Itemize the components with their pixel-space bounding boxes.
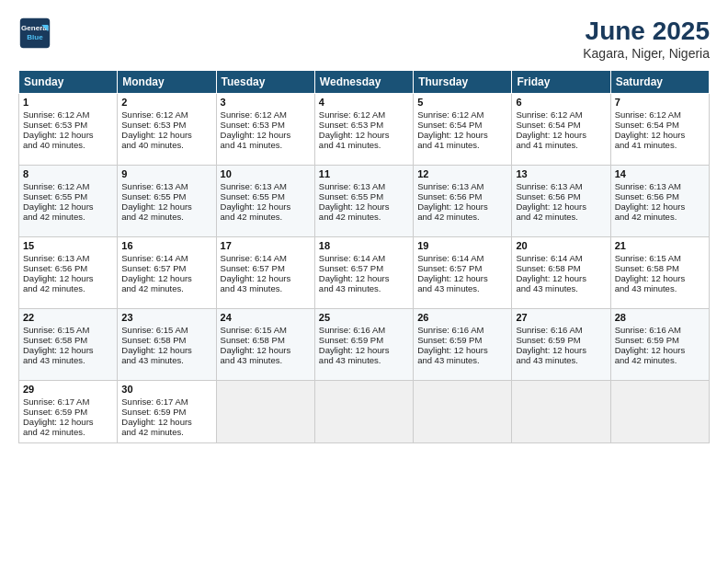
day-info-line: and 42 minutes. (121, 283, 211, 293)
day-info-line: Daylight: 12 hours (23, 273, 113, 283)
day-info-line: Sunrise: 6:13 AM (221, 181, 311, 191)
day-info-line: Sunset: 6:53 PM (319, 120, 409, 130)
day-number: 11 (319, 168, 409, 179)
calendar-cell: 6Sunrise: 6:12 AMSunset: 6:54 PMDaylight… (512, 94, 610, 166)
col-header-thursday: Thursday (414, 71, 512, 94)
day-info-line: Sunset: 6:55 PM (319, 191, 409, 201)
month-title: June 2025 (583, 17, 710, 46)
day-info-line: Sunset: 6:59 PM (417, 335, 507, 345)
calendar-cell: 11Sunrise: 6:13 AMSunset: 6:55 PMDayligh… (314, 166, 413, 237)
day-number: 27 (516, 312, 606, 323)
day-info-line: Sunset: 6:54 PM (516, 120, 606, 130)
day-info-line: Sunset: 6:55 PM (23, 191, 113, 201)
day-info-line: and 41 minutes. (615, 140, 705, 150)
day-number: 9 (121, 168, 211, 179)
calendar-cell: 2Sunrise: 6:12 AMSunset: 6:53 PMDaylight… (118, 94, 216, 166)
col-header-monday: Monday (118, 71, 216, 94)
day-info-line: and 42 minutes. (221, 212, 311, 222)
col-header-tuesday: Tuesday (216, 71, 314, 94)
day-info-line: and 41 minutes. (516, 140, 606, 150)
day-info-line: Sunset: 6:56 PM (417, 191, 507, 201)
day-info-line: Daylight: 12 hours (221, 273, 311, 283)
day-info-line: and 42 minutes. (615, 355, 705, 365)
day-info-line: Daylight: 12 hours (417, 201, 507, 212)
day-number: 25 (319, 312, 409, 323)
day-info-line: Sunrise: 6:12 AM (417, 109, 507, 120)
calendar-cell (610, 381, 709, 443)
day-info-line: Daylight: 12 hours (121, 201, 211, 212)
day-info-line: and 40 minutes. (23, 140, 113, 150)
day-info-line: Daylight: 12 hours (615, 201, 705, 212)
day-info-line: Daylight: 12 hours (121, 345, 211, 355)
day-number: 10 (221, 168, 311, 179)
day-info-line: and 43 minutes. (221, 283, 311, 293)
day-info-line: and 41 minutes. (319, 140, 409, 150)
svg-text:Blue: Blue (27, 33, 43, 41)
calendar-cell: 20Sunrise: 6:14 AMSunset: 6:58 PMDayligh… (512, 237, 610, 309)
day-info-line: and 42 minutes. (23, 427, 113, 437)
day-info-line: and 42 minutes. (516, 212, 606, 222)
day-info-line: and 42 minutes. (23, 212, 113, 222)
day-info-line: Sunrise: 6:17 AM (23, 396, 113, 407)
day-info-line: Sunrise: 6:16 AM (417, 325, 507, 335)
calendar-cell: 24Sunrise: 6:15 AMSunset: 6:58 PMDayligh… (216, 309, 314, 381)
day-info-line: and 43 minutes. (23, 355, 113, 365)
day-info-line: Daylight: 12 hours (417, 345, 507, 355)
day-info-line: Daylight: 12 hours (319, 345, 409, 355)
day-info-line: Sunset: 6:54 PM (615, 120, 705, 130)
calendar-table: SundayMondayTuesdayWednesdayThursdayFrid… (18, 70, 710, 443)
day-info-line: Sunrise: 6:14 AM (221, 253, 311, 263)
day-info-line: Sunrise: 6:13 AM (615, 181, 705, 191)
day-info-line: Sunrise: 6:15 AM (121, 325, 211, 335)
day-info-line: Daylight: 12 hours (516, 130, 606, 140)
day-number: 23 (121, 312, 211, 323)
day-info-line: Sunset: 6:53 PM (121, 120, 211, 130)
calendar-cell: 15Sunrise: 6:13 AMSunset: 6:56 PMDayligh… (19, 237, 118, 309)
day-info-line: Sunrise: 6:16 AM (615, 325, 705, 335)
day-info-line: Sunrise: 6:15 AM (615, 253, 705, 263)
day-info-line: Sunset: 6:55 PM (221, 191, 311, 201)
day-info-line: and 43 minutes. (417, 283, 507, 293)
day-info-line: and 43 minutes. (516, 355, 606, 365)
day-info-line: and 43 minutes. (417, 355, 507, 365)
day-info-line: Daylight: 12 hours (23, 417, 113, 427)
col-header-wednesday: Wednesday (314, 71, 413, 94)
title-block: June 2025 Kagara, Niger, Nigeria (583, 17, 710, 61)
calendar-cell: 30Sunrise: 6:17 AMSunset: 6:59 PMDayligh… (118, 381, 216, 443)
day-info-line: Sunset: 6:57 PM (221, 263, 311, 273)
calendar-cell: 23Sunrise: 6:15 AMSunset: 6:58 PMDayligh… (118, 309, 216, 381)
day-info-line: Sunrise: 6:13 AM (516, 181, 606, 191)
day-info-line: Sunrise: 6:13 AM (121, 181, 211, 191)
day-info-line: and 42 minutes. (417, 212, 507, 222)
calendar-cell: 8Sunrise: 6:12 AMSunset: 6:55 PMDaylight… (19, 166, 118, 237)
day-info-line: Sunrise: 6:15 AM (23, 325, 113, 335)
day-info-line: Daylight: 12 hours (23, 345, 113, 355)
day-info-line: Sunrise: 6:13 AM (319, 181, 409, 191)
day-info-line: Sunrise: 6:14 AM (121, 253, 211, 263)
day-info-line: and 42 minutes. (23, 283, 113, 293)
day-info-line: Sunset: 6:55 PM (121, 191, 211, 201)
day-info-line: Sunrise: 6:13 AM (417, 181, 507, 191)
day-info-line: and 43 minutes. (615, 283, 705, 293)
day-number: 7 (615, 97, 705, 108)
day-info-line: Sunset: 6:58 PM (121, 335, 211, 345)
header: General Blue June 2025 Kagara, Niger, Ni… (18, 17, 710, 61)
day-info-line: Sunset: 6:59 PM (121, 407, 211, 417)
day-number: 16 (121, 240, 211, 251)
page: General Blue June 2025 Kagara, Niger, Ni… (0, 0, 728, 563)
day-info-line: Sunrise: 6:17 AM (121, 396, 211, 407)
day-info-line: Sunset: 6:59 PM (319, 335, 409, 345)
day-number: 14 (615, 168, 705, 179)
day-info-line: Daylight: 12 hours (121, 273, 211, 283)
calendar-cell: 4Sunrise: 6:12 AMSunset: 6:53 PMDaylight… (314, 94, 413, 166)
day-info-line: Sunset: 6:54 PM (417, 120, 507, 130)
day-info-line: and 40 minutes. (121, 140, 211, 150)
day-info-line: Daylight: 12 hours (516, 273, 606, 283)
day-info-line: Daylight: 12 hours (23, 130, 113, 140)
day-number: 29 (23, 384, 113, 395)
day-number: 21 (615, 240, 705, 251)
day-info-line: and 41 minutes. (221, 140, 311, 150)
location-subtitle: Kagara, Niger, Nigeria (583, 46, 710, 61)
day-info-line: and 43 minutes. (516, 283, 606, 293)
day-info-line: Sunrise: 6:14 AM (417, 253, 507, 263)
